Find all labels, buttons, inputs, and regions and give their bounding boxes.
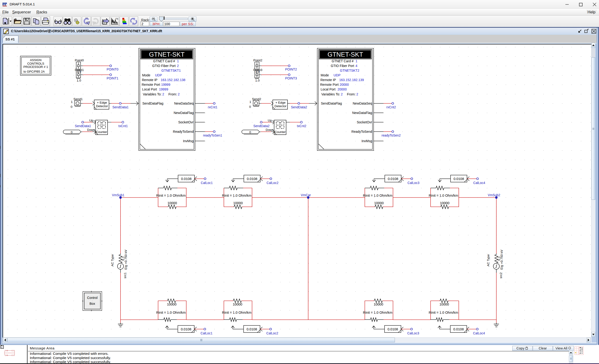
- svg-text:SS #1: SS #1: [5, 37, 15, 41]
- svg-text:FS: FS: [115, 18, 118, 20]
